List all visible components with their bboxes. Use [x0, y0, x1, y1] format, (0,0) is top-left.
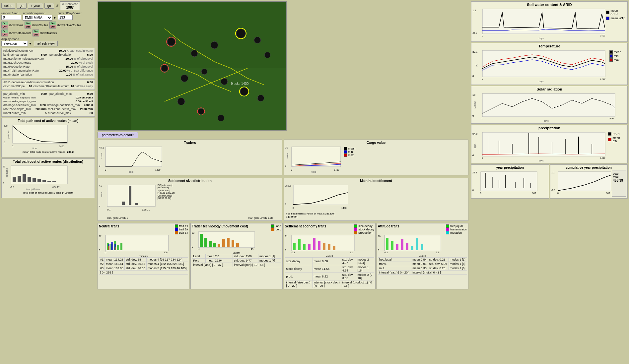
svg-rect-113	[313, 238, 315, 250]
svg-rect-0	[13, 125, 67, 143]
hub-x-label: hub settlements (>80% of max. sizeLevel)	[286, 212, 466, 215]
year-precip-svg: 29.2 0 0 366	[472, 170, 539, 197]
tech-variation-row: landTechVariation 5.00 portTechVariation…	[3, 53, 93, 56]
settlement-economy-chart: Settlement economy traits size decay sto…	[284, 223, 376, 289]
display-dropdown-icon: ▼	[29, 42, 32, 45]
svg-text:1400: 1400	[59, 145, 64, 148]
svg-rect-103	[236, 243, 239, 247]
params-default-button[interactable]: parameters-to-default	[98, 132, 138, 138]
port-tech-value: 5.00	[87, 53, 93, 56]
year-total-box: year total 458.39	[612, 170, 626, 197]
stock-decay-row: maxStockDecayRate 20.00 % of stock	[3, 61, 93, 64]
map-area[interactable]: 9 ticks 1400	[98, 1, 287, 131]
random-seed-input[interactable]	[1, 15, 21, 20]
z-label: z [min, max]	[158, 189, 175, 192]
svg-point-40	[218, 115, 224, 121]
path-cost-mean-svg: 428 0 0 1400 pathCos ticks	[3, 123, 69, 150]
mutation-value: 1.00	[66, 73, 72, 76]
svg-rect-115	[323, 243, 325, 250]
precip-chart-inner: 54.8 0 0 1400 days ppm	[472, 131, 626, 162]
mutation-row: maxMutationVariation 1.00 % of trait ran…	[3, 73, 93, 76]
arid-decrease-row: ARID-decrease-per-flow-accumulation 0.50	[3, 81, 93, 84]
albedo-min-row: par_albedo_min 0.20 par_albedo_max 0.50	[3, 92, 93, 95]
traders-chart-title: Traders	[99, 141, 281, 145]
svg-text:1400: 1400	[334, 169, 339, 171]
svg-rect-96	[204, 238, 207, 247]
plus-year-button[interactable]: + year	[28, 3, 43, 9]
svg-text:-0.1: -0.1	[384, 251, 388, 254]
svg-rect-125	[396, 244, 398, 250]
svg-text:1.1: 1.1	[350, 251, 353, 254]
svg-rect-123	[386, 238, 388, 250]
precip-legend: RAIN mean ETr	[607, 131, 626, 162]
soil-svg: 1.1 -0.1 0 1400 days	[472, 7, 605, 40]
cum-precip-chart: cumulative year precipitation 1.1 -0.1 0…	[550, 164, 628, 199]
stat-modes-label: modes 4 [96 117 234 124]	[147, 258, 188, 262]
root-zone-max-label: root-zone-depth_max	[48, 107, 79, 111]
svg-text:0: 0	[192, 246, 193, 248]
year-precip-chart: year precipitation 29.2 0 0 366	[471, 164, 549, 199]
trader-tech-stats: Land mean 7.8 std. dev. 7.09 modes 1 [1]…	[192, 254, 281, 267]
svg-point-32	[161, 65, 168, 72]
svg-rect-84	[120, 243, 122, 250]
show-traders-toggle[interactable]: On Off showTraders	[33, 30, 57, 36]
land-tech-label: landTechVariation	[3, 53, 39, 56]
neutral-traits-title: Neutral traits	[99, 224, 119, 228]
show-settlements-toggle[interactable]: On Off showSettlements	[1, 30, 31, 36]
params-box: relativePathCostInPort 10.00 X path cost…	[1, 48, 95, 78]
soil-chart-title: Soil water content & ARID	[472, 3, 626, 7]
go-button[interactable]: go	[17, 3, 26, 9]
cargo-chart: Cargo value 10 0 0 1400 ticks value	[284, 140, 468, 175]
root-zone-max-value: 2000 mm	[80, 107, 93, 111]
current-day-group: currentDayOfYear	[58, 12, 82, 21]
trait-trans-value: 20.00	[59, 69, 67, 72]
drainage-max-label: drainage-coefficient_max	[47, 103, 82, 107]
svg-text:-1: -1	[198, 248, 200, 250]
toggles-row1: On Off show-flows On Off showRoutes On O…	[1, 22, 95, 29]
show-routes-toggle[interactable]: On Off showRoutes	[25, 22, 48, 29]
catchment-slope-value: 10	[29, 85, 32, 88]
water-hold-max-label: water-holding-capacity_max	[3, 100, 74, 103]
go2-button[interactable]: go	[44, 3, 54, 9]
settlement-decay-unit: % of sizeLevel	[74, 57, 93, 60]
stock-decay-label: maxStockDecayRate	[3, 61, 70, 64]
traders-chart: Traders 45.1 0 0 1400 ticks count	[98, 140, 282, 175]
svg-text:1400: 1400	[600, 157, 605, 159]
svg-rect-144	[482, 93, 615, 117]
svg-rect-117	[333, 246, 335, 250]
svg-text:1.381...: 1.381...	[142, 209, 150, 211]
current-day-input[interactable]	[58, 15, 73, 20]
setup-button[interactable]: setup	[1, 3, 15, 9]
toggles-row2: On Off showSettlements On Off showTrader…	[1, 30, 95, 36]
runoff-min-value: 5	[45, 111, 46, 115]
catchment-radius-unit: patches away	[75, 85, 93, 88]
arid-value: 0.50	[87, 81, 93, 84]
albedo-max-label: par_albedo_max	[49, 92, 86, 95]
current-year-label: currentYear	[62, 2, 78, 6]
display-mode-select[interactable]: elevation	[1, 41, 28, 46]
runoff-row: runoff-curve_min 5 runoff-curve_max 80	[3, 111, 93, 115]
show-active-routes-toggle[interactable]: On Off showActiveRoutes	[49, 22, 81, 29]
svg-text:49: 49	[251, 248, 253, 250]
catchment-radius-value: 10	[71, 85, 74, 88]
sim-period-select[interactable]: EMIII-MMIA	[23, 15, 52, 21]
trait-trans-unit: % of trait difference	[67, 69, 93, 72]
svg-text:0: 0	[482, 157, 483, 159]
svg-rect-17	[28, 177, 31, 182]
svg-text:ticks: ticks	[33, 147, 37, 150]
refresh-view-button[interactable]: refresh view	[34, 41, 58, 46]
svg-rect-98	[213, 243, 216, 247]
svg-text:10: 10	[472, 93, 475, 96]
show-routes-label: showRoutes	[32, 24, 48, 27]
svg-text:10: 10	[378, 235, 381, 237]
soil-chart-inner: 1.1 -0.1 0 1400 days mean ARID mean WTp	[472, 7, 626, 40]
svg-text:value: value	[286, 153, 289, 158]
stock-decay-value: 20.00	[71, 61, 79, 64]
svg-rect-130	[421, 244, 423, 250]
svg-point-39	[198, 108, 204, 114]
show-flows-toggle[interactable]: On Off show-flows	[1, 22, 23, 29]
temp-chart-title: Temperature	[472, 44, 626, 48]
svg-text:-0.1: -0.1	[551, 189, 555, 191]
dc-value: [0.19 0.48]	[158, 186, 175, 189]
svg-text:0: 0	[291, 169, 292, 171]
